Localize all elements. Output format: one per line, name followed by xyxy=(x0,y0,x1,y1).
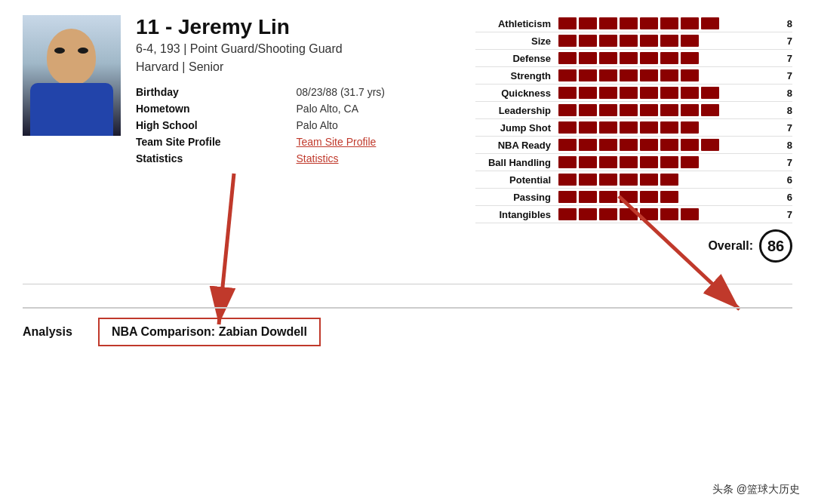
stat-block xyxy=(660,139,678,151)
stat-block xyxy=(681,104,699,116)
stat-block xyxy=(579,35,597,47)
stat-bar-container xyxy=(558,69,773,81)
stat-block xyxy=(721,35,740,47)
stat-block xyxy=(660,156,678,168)
stat-block xyxy=(721,156,740,168)
stat-block xyxy=(558,35,577,47)
stat-row: Defense7 xyxy=(475,50,792,67)
stat-block xyxy=(742,87,760,99)
stat-block xyxy=(721,87,740,99)
stat-block xyxy=(599,87,617,99)
stat-block xyxy=(558,17,577,29)
stat-bar-container xyxy=(558,156,773,168)
stat-block xyxy=(742,174,760,186)
stat-block xyxy=(579,156,597,168)
top-section: 11 - Jeremy Lin 6-4, 193 | Point Guard/S… xyxy=(23,15,792,284)
stat-bar-container xyxy=(558,104,773,116)
stats-link[interactable]: Statistics xyxy=(297,152,445,164)
hometown-value: Palo Alto, CA xyxy=(297,103,445,115)
stat-bar-container xyxy=(558,87,773,99)
stat-block xyxy=(620,156,638,168)
stat-block xyxy=(579,208,597,220)
stat-block xyxy=(558,87,577,99)
stat-block xyxy=(558,208,577,220)
stat-block xyxy=(579,104,597,116)
stat-block xyxy=(620,174,638,186)
face-element xyxy=(47,29,96,85)
stat-block xyxy=(599,69,617,81)
stat-block xyxy=(640,139,658,151)
stat-score: 8 xyxy=(777,105,792,116)
stat-block xyxy=(742,35,760,47)
hometown-label: Hometown xyxy=(136,103,281,115)
stat-block xyxy=(620,208,638,220)
stat-block xyxy=(558,191,577,203)
stat-label: Potential xyxy=(475,174,558,186)
stat-block xyxy=(620,121,638,134)
stat-block xyxy=(640,156,658,168)
stat-block xyxy=(701,104,719,116)
stat-block xyxy=(660,191,678,203)
stat-block xyxy=(620,69,638,81)
stat-row: Passing6 xyxy=(475,189,792,206)
stat-block xyxy=(701,35,719,47)
stat-score: 7 xyxy=(777,35,792,47)
stat-block xyxy=(660,121,678,134)
stat-block xyxy=(558,139,577,151)
stat-label: Size xyxy=(475,35,558,47)
stat-label: Leadership xyxy=(475,105,558,116)
player-name: 11 - Jeremy Lin xyxy=(136,15,445,39)
stat-block xyxy=(579,52,597,64)
stat-block xyxy=(681,69,699,81)
stat-row: Jump Shot7 xyxy=(475,119,792,137)
player-school: Harvard | Senior xyxy=(136,60,445,74)
stat-block xyxy=(721,52,740,64)
stat-label: Passing xyxy=(475,192,558,203)
stat-block xyxy=(681,87,699,99)
photo-placeholder xyxy=(23,15,121,136)
stat-block xyxy=(620,191,638,203)
stat-block xyxy=(701,52,719,64)
stat-bar-container xyxy=(558,35,773,47)
left-panel: 11 - Jeremy Lin 6-4, 193 | Point Guard/S… xyxy=(23,15,445,269)
stat-block xyxy=(742,17,760,29)
birthday-label: Birthday xyxy=(136,86,281,98)
stats-table: Athleticism8Size7Defense7Strength7Quickn… xyxy=(475,15,792,223)
stat-block xyxy=(640,174,658,186)
stat-block xyxy=(681,17,699,29)
stat-block xyxy=(681,208,699,220)
comparison-box: NBA Comparison: Zabian Dowdell xyxy=(98,318,321,346)
stat-block xyxy=(558,174,577,186)
stat-block xyxy=(681,52,699,64)
stat-block xyxy=(660,174,678,186)
stat-label: Athleticism xyxy=(475,18,558,29)
stat-block xyxy=(579,139,597,151)
stat-block xyxy=(701,17,719,29)
stat-bar-container xyxy=(558,52,773,64)
stat-block xyxy=(742,52,760,64)
stat-block xyxy=(558,104,577,116)
stat-block xyxy=(701,156,719,168)
stat-block xyxy=(701,87,719,99)
player-details: 6-4, 193 | Point Guard/Shooting Guard xyxy=(136,42,445,56)
stat-block xyxy=(742,156,760,168)
stat-block xyxy=(742,208,760,220)
stat-block xyxy=(640,87,658,99)
player-info: 11 - Jeremy Lin 6-4, 193 | Point Guard/S… xyxy=(136,15,445,269)
stat-label: Ball Handling xyxy=(475,157,558,168)
birthday-value: 08/23/88 (31.7 yrs) xyxy=(297,86,445,98)
stat-block xyxy=(701,208,719,220)
stat-score: 8 xyxy=(777,18,792,29)
stat-block xyxy=(640,121,658,134)
main-container: 11 - Jeremy Lin 6-4, 193 | Point Guard/S… xyxy=(0,0,815,504)
stat-block xyxy=(579,69,597,81)
stat-block xyxy=(640,104,658,116)
teamsite-link[interactable]: Team Site Profile xyxy=(297,136,445,148)
stat-block xyxy=(721,139,740,151)
stat-block xyxy=(599,208,617,220)
stat-block xyxy=(620,104,638,116)
stat-block xyxy=(721,104,740,116)
stat-block xyxy=(599,104,617,116)
stat-block xyxy=(620,139,638,151)
stat-block xyxy=(558,69,577,81)
